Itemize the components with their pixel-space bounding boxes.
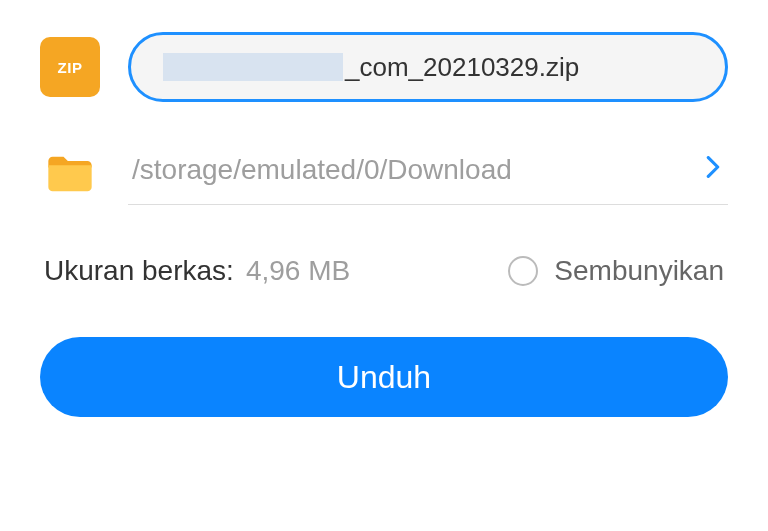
- hide-label: Sembunyikan: [554, 255, 724, 287]
- destination-path-text: /storage/emulated/0/Download: [132, 154, 512, 186]
- zip-file-icon: ZIP: [40, 37, 100, 97]
- filename-visible-text: _com_20210329.zip: [345, 52, 579, 83]
- radio-unchecked-icon: [508, 256, 538, 286]
- filename-redacted-portion: [163, 53, 343, 81]
- zip-icon-label: ZIP: [58, 59, 83, 76]
- info-row: Ukuran berkas: 4,96 MB Sembunyikan: [40, 255, 728, 287]
- filesize-value: 4,96 MB: [246, 255, 350, 287]
- download-button[interactable]: Unduh: [40, 337, 728, 417]
- destination-path-field[interactable]: /storage/emulated/0/Download: [128, 142, 728, 205]
- hide-toggle[interactable]: Sembunyikan: [508, 255, 724, 287]
- filename-input[interactable]: _com_20210329.zip: [128, 32, 728, 102]
- chevron-right-icon: [706, 156, 720, 184]
- filesize-label: Ukuran berkas:: [44, 255, 234, 287]
- filename-row: ZIP _com_20210329.zip: [40, 32, 728, 102]
- filesize-group: Ukuran berkas: 4,96 MB: [44, 255, 350, 287]
- folder-icon: [40, 144, 100, 204]
- destination-row: /storage/emulated/0/Download: [40, 142, 728, 205]
